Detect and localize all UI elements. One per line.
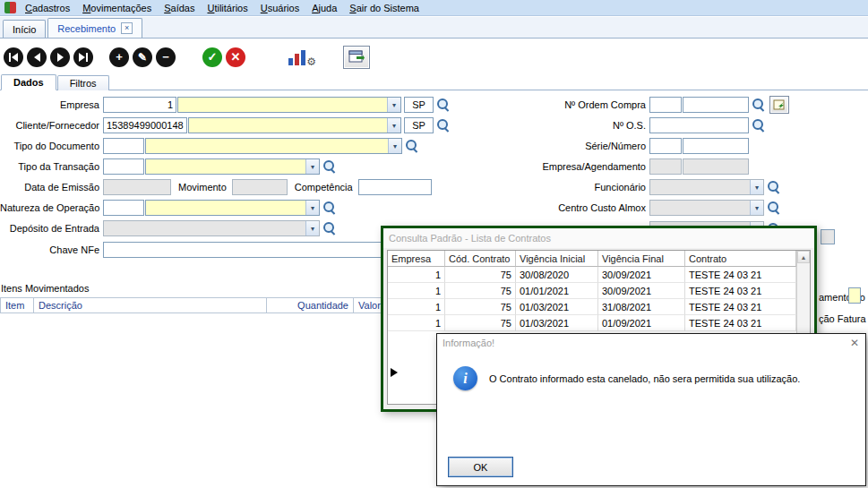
menu-ajuda[interactable]: Ajuda [305,1,343,15]
edit-record-button[interactable]: ✎ [133,47,152,67]
info-dialog-message: O Contrato informado esta canelado, não … [489,373,853,384]
items-col-descricao[interactable]: Descrição [34,297,267,313]
funcionario-search-icon[interactable] [767,180,781,194]
close-icon[interactable]: ✕ [850,338,859,348]
cliente-name-combo[interactable]: ▾ [188,117,401,133]
chevron-down-icon[interactable]: ▾ [387,98,400,112]
chevron-down-icon[interactable]: ▾ [388,139,401,153]
serie-input[interactable] [649,138,682,154]
col-empresa[interactable]: Empresa [388,251,445,267]
chevron-down-icon[interactable]: ▾ [387,118,400,133]
natureza-combo[interactable]: ▾ [145,200,320,216]
natureza-search-icon[interactable] [322,201,337,215]
col-contrato[interactable]: Contrato [685,251,796,267]
cliente-code-input[interactable]: 15389499000148 [103,117,187,133]
row-tipo-documento: Tipo do Documento ▾ [0,137,419,155]
deposito-search-icon[interactable] [322,221,337,235]
natureza-code-input[interactable] [103,200,144,216]
os-input[interactable] [649,117,749,133]
centro-custo-almox-combo[interactable]: ▾ [649,200,764,216]
menu-cadastros[interactable]: Cadastros [19,1,76,15]
ordem-compra-search-icon[interactable] [752,98,766,112]
numero-input[interactable] [683,138,749,154]
empresa-agendamento-label: Empresa/Agendamento [529,161,649,172]
menu-saidas[interactable]: Saídas [158,1,201,15]
chevron-down-icon[interactable]: ▾ [750,201,763,215]
cancel-button[interactable]: ✕ [226,47,245,67]
cell: TESTE 24 03 21 [685,315,796,331]
tipo-documento-code-input[interactable] [103,138,144,154]
col-cod-contrato[interactable]: Cód. Contrato [445,251,516,267]
contrato-row[interactable]: 1 75 30/08/2020 30/09/2021 TESTE 24 03 2… [388,267,796,283]
col-vigencia-final[interactable]: Vigência Final [598,251,685,267]
ok-button[interactable]: OK [448,457,513,477]
gear-icon: ⚙ [306,56,316,68]
empresa-search-icon[interactable] [436,98,451,112]
items-col-item[interactable]: Item [0,297,34,313]
movimento-input[interactable] [232,179,288,195]
tab-recebimento[interactable]: Recebimento × [47,18,142,38]
row-os: Nº O.S. [529,116,766,134]
tipo-transacao-search-icon[interactable] [322,159,337,174]
first-record-button[interactable] [4,47,23,67]
pick-order-button[interactable] [769,96,789,114]
previous-record-button[interactable] [27,47,47,67]
menu-utilitarios[interactable]: Utilitários [201,1,254,15]
empresa-agendamento-input-1[interactable] [649,158,682,175]
empresa-name-combo[interactable]: ▾ [177,97,401,113]
chart-gear-icon[interactable]: ⚙ [288,49,305,65]
row-ordem-compra: Nº Ordem Compra [529,96,789,114]
cliente-uf-field[interactable]: SP [404,117,434,133]
menu-movimentacoes[interactable]: Movimentações [76,1,158,15]
view-tabstrip: Dados Filtros [0,75,868,90]
ordem-compra-input-1[interactable] [649,97,682,113]
contrato-row[interactable]: 1 75 01/01/2021 30/09/2021 TESTE 24 03 2… [388,283,796,299]
row-natureza: Natureza de Operação ▾ [0,199,337,217]
centro-custo-almox-label: Centro Custo Almox [529,202,649,213]
os-search-icon[interactable] [752,118,766,133]
chevron-down-icon[interactable]: ▾ [305,201,319,215]
tipo-documento-combo[interactable]: ▾ [145,138,402,154]
competencia-input[interactable] [358,179,432,195]
scroll-up-icon[interactable]: ▲ [797,251,810,263]
data-emissao-input[interactable] [103,179,171,195]
tipo-transacao-code-input[interactable] [103,158,144,175]
chevron-down-icon[interactable]: ▾ [750,180,763,194]
add-record-button[interactable]: + [109,47,129,67]
last-record-button[interactable] [73,47,93,67]
menu-usuarios[interactable]: Usuários [254,1,305,15]
tab-inicio[interactable]: Início [3,20,46,38]
tipo-documento-search-icon[interactable] [405,139,419,153]
next-record-button[interactable] [50,47,70,67]
chevron-down-icon[interactable]: ▾ [305,221,319,235]
menu-sair-do-sistema[interactable]: Sair do Sistema [343,1,425,15]
clipped-field-yellow [848,287,861,304]
tab-dados[interactable]: Dados [1,74,56,90]
cliente-search-icon[interactable] [436,118,451,133]
open-consulta-button[interactable] [343,46,370,69]
tab-filtros[interactable]: Filtros [57,75,109,90]
row-chave-nfe: Chave NFe [0,241,425,259]
deposito-combo[interactable]: ▾ [103,220,320,236]
centro-custo-almox-search-icon[interactable] [767,201,781,215]
delete-record-button[interactable]: − [156,47,176,67]
empresa-uf-field[interactable]: SP [404,97,434,113]
funcionario-combo[interactable]: ▾ [649,179,764,195]
empresa-code-input[interactable]: 1 [103,97,176,113]
chave-nfe-input[interactable] [103,242,425,258]
col-vigencia-inicial[interactable]: Vigência Inicial [516,251,598,267]
cell: 75 [445,267,516,283]
confirm-button[interactable]: ✓ [202,47,222,67]
tipo-transacao-label: Tipo da Transação [0,161,103,172]
contrato-row[interactable]: 1 75 01/03/2021 01/09/2021 TESTE 24 03 2… [388,315,796,331]
clipped-field-gray [821,229,835,244]
items-col-quantidade[interactable]: Quantidade [267,297,354,313]
ordem-compra-input-2[interactable] [683,97,749,113]
empresa-agendamento-input-2[interactable] [683,158,749,175]
cell: TESTE 24 03 21 [685,267,796,283]
chevron-down-icon[interactable]: ▾ [305,159,319,174]
contrato-row[interactable]: 1 75 01/03/2021 31/08/2021 TESTE 24 03 2… [388,299,796,315]
os-label: Nº O.S. [529,120,649,131]
tab-close-icon[interactable]: × [121,22,133,34]
tipo-transacao-combo[interactable]: ▾ [145,158,320,175]
